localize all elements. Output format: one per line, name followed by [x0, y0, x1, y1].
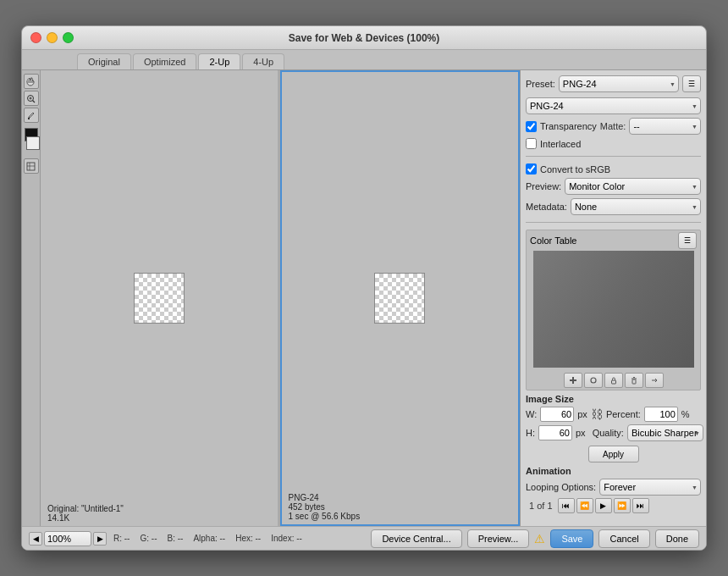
transparency-row: Transparency Matte: -- [526, 118, 701, 135]
close-button[interactable] [30, 32, 41, 43]
preset-select[interactable]: PNG-24 [559, 75, 679, 92]
transparency-checkbox[interactable] [526, 121, 537, 132]
interlaced-checkbox[interactable] [526, 138, 537, 149]
window-controls [30, 32, 74, 43]
zoom-in-btn[interactable]: ▶ [93, 532, 107, 546]
color-table-canvas[interactable] [533, 251, 694, 368]
percent-label: Percent: [606, 409, 641, 419]
looping-label: Looping Options: [526, 482, 596, 492]
quality-label: Quality: [593, 428, 624, 438]
height-row: H: px [526, 425, 586, 440]
zoom-select[interactable]: 100% [44, 531, 91, 546]
color-delete-btn[interactable] [625, 373, 643, 388]
color-table-buttons [527, 371, 700, 390]
window-title: Save for Web & Devices (100%) [289, 32, 440, 44]
looping-select-wrapper: Forever [599, 479, 701, 496]
zoom-select-wrapper: 100% [44, 531, 91, 546]
save-button[interactable]: Save [550, 529, 593, 548]
frame-display: 1 of 1 [526, 501, 556, 511]
maximize-button[interactable] [63, 32, 74, 43]
zoom-out-btn[interactable]: ◀ [29, 532, 42, 546]
percent-input[interactable] [644, 407, 678, 422]
optimized-time: 1 sec @ 56.6 Kbps [289, 512, 512, 521]
looping-select[interactable]: Forever [599, 479, 701, 496]
bottom-buttons: Device Central... Preview... ⚠ Save Canc… [371, 529, 699, 548]
anim-first-btn[interactable]: ⏮ [558, 498, 575, 513]
metadata-label: Metadata: [526, 202, 567, 212]
color-select-unused-btn[interactable] [584, 373, 603, 388]
optimized-filesize: 452 bytes [289, 502, 512, 512]
color-table-menu-btn[interactable]: ☰ [678, 232, 697, 249]
anim-next-btn[interactable]: ⏩ [614, 498, 631, 513]
apply-size-btn[interactable]: Apply [588, 446, 639, 462]
quality-row: Quality: Bicubic Sharper [593, 424, 703, 441]
tab-optimized[interactable]: Optimized [133, 53, 197, 69]
color-new-btn[interactable] [564, 373, 582, 388]
optimized-info: PNG-24 452 bytes 1 sec @ 56.6 Kbps [282, 490, 519, 524]
percent-row: Percent: % [606, 407, 690, 422]
titlebar: Save for Web & Devices (100%) [22, 26, 706, 50]
bottom-info: R: -- G: -- B: -- Alpha: -- Hex: -- Inde… [113, 534, 364, 543]
convert-srgb-checkbox[interactable] [526, 163, 537, 174]
slice-tool[interactable] [24, 158, 39, 174]
metadata-select[interactable]: None [571, 198, 701, 215]
bottom-bar: ◀ 100% ▶ R: -- G: -- B: -- Alpha: [22, 526, 706, 550]
optimized-format: PNG-24 [289, 493, 512, 502]
convert-srgb-label: Convert to sRGB [540, 164, 610, 174]
anim-last-btn[interactable]: ⏭ [632, 498, 649, 513]
convert-srgb-row: Convert to sRGB [526, 163, 701, 174]
height-input[interactable] [538, 425, 572, 440]
color-table-section: Color Table ☰ [526, 230, 701, 390]
optimized-canvas [374, 273, 425, 324]
divider-1 [526, 156, 701, 157]
preview-label: Preview: [526, 181, 561, 191]
hand-tool[interactable] [24, 74, 39, 89]
divider-2 [526, 222, 701, 223]
device-central-button[interactable]: Device Central... [371, 529, 461, 548]
matte-select[interactable]: -- [629, 118, 701, 135]
quality-select-wrapper: Bicubic Sharper [627, 424, 703, 441]
original-filename: Original: "Untitled-1" [47, 504, 271, 513]
done-button[interactable]: Done [655, 529, 699, 548]
svg-point-10 [591, 378, 596, 383]
chain-link-icon[interactable]: ⛓ [591, 408, 603, 420]
original-panel: Original: "Untitled-1" 14.1K [41, 70, 278, 526]
preview-select-wrapper: Monitor Color [565, 178, 701, 195]
eyedropper-tool[interactable] [24, 108, 39, 123]
percent-unit: % [681, 409, 690, 419]
quality-select[interactable]: Bicubic Sharper [627, 424, 703, 441]
format-select-wrapper: PNG-24 [526, 97, 701, 114]
tab-original[interactable]: Original [77, 53, 131, 69]
tab-2up[interactable]: 2-Up [198, 53, 240, 69]
preview-button[interactable]: Preview... [467, 529, 530, 548]
color-shift-btn[interactable] [645, 373, 664, 388]
preview-select[interactable]: Monitor Color [565, 178, 701, 195]
metadata-select-wrapper: None [571, 198, 701, 215]
metadata-row: Metadata: None [526, 198, 701, 215]
index-value-label: Index: -- [271, 534, 302, 543]
g-value-label: G: -- [140, 534, 157, 543]
preset-label: Preset: [526, 79, 555, 89]
anim-prev-btn[interactable]: ⏪ [576, 498, 593, 513]
color-lock-btn[interactable] [604, 373, 623, 388]
cancel-button[interactable]: Cancel [598, 529, 649, 548]
width-input[interactable] [540, 407, 574, 422]
width-row: W: px [526, 407, 587, 422]
looping-row: Looping Options: Forever [526, 479, 701, 496]
tab-bar: Original Optimized 2-Up 4-Up [22, 50, 706, 70]
anim-play-btn[interactable]: ▶ [595, 498, 612, 513]
animation-header: Animation [526, 466, 701, 476]
zoom-tool[interactable] [24, 91, 39, 106]
preset-row: Preset: PNG-24 ☰ [526, 75, 701, 92]
background-color[interactable] [26, 136, 40, 150]
tab-4up[interactable]: 4-Up [242, 53, 284, 69]
minimize-button[interactable] [47, 32, 58, 43]
format-select[interactable]: PNG-24 [526, 97, 701, 114]
svg-rect-5 [27, 163, 35, 170]
preset-menu-button[interactable]: ☰ [682, 75, 701, 92]
left-toolbar [22, 70, 41, 526]
optimized-panel: PNG-24 452 bytes 1 sec @ 56.6 Kbps [280, 70, 521, 526]
preset-select-wrapper: PNG-24 [559, 75, 679, 92]
image-size-section: Image Size W: px ⛓ Percent: % [526, 394, 701, 462]
format-row: PNG-24 [526, 97, 701, 114]
